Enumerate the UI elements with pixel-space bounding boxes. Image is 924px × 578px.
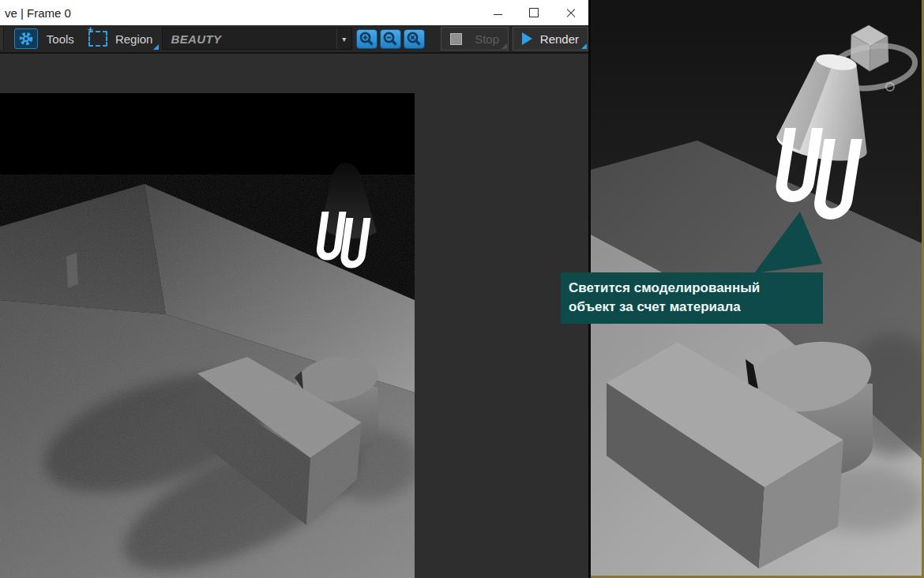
toolbar-edge <box>0 28 4 50</box>
render-channel-value: BEAUTY <box>163 32 336 46</box>
window-title: ve | Frame 0 <box>0 6 71 20</box>
render-flyout-icon <box>581 43 587 49</box>
stop-flyout-icon <box>501 43 507 49</box>
close-icon <box>565 8 576 18</box>
magnifier-reset-icon <box>405 31 423 47</box>
render-view[interactable] <box>0 93 415 578</box>
close-button[interactable] <box>552 0 588 25</box>
tools-button[interactable]: Tools <box>7 28 81 51</box>
titlebar[interactable]: ve | Frame 0 <box>0 0 588 25</box>
render-button[interactable]: Render <box>513 27 588 51</box>
zoom-reset-button[interactable] <box>404 29 425 49</box>
callout-annotation: Светится смоделированный объект за счет … <box>561 272 823 324</box>
render-frame-window: ve | Frame 0 Tools + <box>0 0 588 578</box>
region-flyout-icon <box>153 44 159 50</box>
magnifier-plus-icon <box>358 31 375 47</box>
render-label: Render <box>540 32 579 46</box>
screen: ve | Frame 0 Tools + <box>0 0 924 578</box>
vfb-toolbar: Tools + Region BEAUTY ▾ <box>0 25 588 54</box>
region-button[interactable]: + Region <box>81 28 160 51</box>
render-channel-select[interactable]: BEAUTY ▾ <box>162 28 351 50</box>
marquee-icon: + <box>88 31 107 47</box>
callout-line1: Светится смоделированный <box>569 279 818 298</box>
play-icon <box>522 32 532 45</box>
stop-label: Stop <box>475 32 499 46</box>
magnifier-minus-icon <box>381 31 399 47</box>
stop-square-icon <box>450 33 462 45</box>
minimize-icon <box>494 14 502 15</box>
vfb-workspace <box>0 54 588 578</box>
zoom-out-button[interactable] <box>380 29 401 49</box>
window-controls <box>479 0 588 25</box>
chevron-down-icon[interactable]: ▾ <box>336 28 351 49</box>
zoom-buttons <box>356 29 427 49</box>
gear-icon <box>14 28 38 49</box>
region-label: Region <box>115 32 153 46</box>
stop-button[interactable]: Stop <box>441 27 509 51</box>
maximize-icon <box>529 8 539 17</box>
maximize-button[interactable] <box>516 0 552 25</box>
callout-line2: объект за счет материала <box>569 298 818 317</box>
minimize-button[interactable] <box>479 0 516 25</box>
tools-label: Tools <box>47 32 74 46</box>
zoom-in-button[interactable] <box>356 29 377 49</box>
